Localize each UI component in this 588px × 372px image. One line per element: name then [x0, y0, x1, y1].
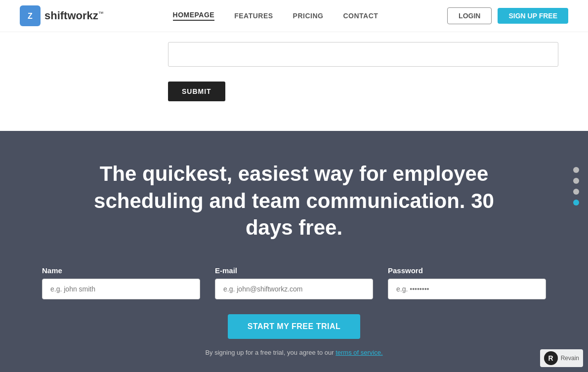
login-button[interactable]: LOGIN	[447, 7, 492, 24]
tos-text: By signing up for a free trial, you agre…	[20, 349, 568, 356]
svg-text:Z: Z	[28, 12, 33, 20]
nav-links: HOMEPAGE FEATURES PRICING CONTACT	[173, 11, 378, 21]
password-label: Password	[388, 266, 423, 275]
password-input[interactable]	[388, 279, 546, 299]
trial-button[interactable]: START MY FREE TRIAL	[228, 314, 360, 339]
nav-actions: LOGIN SIGN UP FREE	[447, 7, 568, 24]
signup-form: Name E-mail Password	[20, 266, 568, 299]
tos-link[interactable]: terms of service.	[336, 349, 382, 356]
text-area[interactable]	[168, 42, 558, 67]
dark-section: The quickest, easiest way for employee s…	[0, 131, 588, 372]
signup-button[interactable]: SIGN UP FREE	[498, 8, 568, 24]
email-label: E-mail	[215, 266, 237, 275]
navbar: Z shiftworkz™ HOMEPAGE FEATURES PRICING …	[0, 0, 588, 32]
nav-contact[interactable]: CONTACT	[343, 12, 378, 20]
white-section: SUBMIT	[0, 32, 588, 131]
revain-badge: R Revain	[540, 349, 583, 367]
dot-2[interactable]	[573, 178, 579, 184]
logo-text: shiftworkz™	[44, 9, 104, 22]
name-input[interactable]	[42, 279, 200, 299]
revain-label: Revain	[561, 355, 579, 362]
name-label: Name	[42, 266, 62, 275]
email-group: E-mail	[215, 266, 373, 299]
name-group: Name	[42, 266, 200, 299]
logo-icon: Z	[20, 5, 41, 26]
submit-button[interactable]: SUBMIT	[168, 82, 225, 101]
scroll-dots	[573, 167, 579, 206]
logo[interactable]: Z shiftworkz™	[20, 5, 104, 26]
nav-features[interactable]: FEATURES	[234, 12, 273, 20]
revain-icon: R	[544, 351, 558, 365]
hero-headline: The quickest, easiest way for employee s…	[84, 161, 504, 242]
password-group: Password	[388, 266, 546, 299]
dot-3[interactable]	[573, 189, 579, 195]
email-input[interactable]	[215, 279, 373, 299]
nav-pricing[interactable]: PRICING	[293, 12, 324, 20]
nav-homepage[interactable]: HOMEPAGE	[173, 11, 215, 21]
dot-1[interactable]	[573, 167, 579, 173]
dot-4[interactable]	[573, 200, 579, 206]
